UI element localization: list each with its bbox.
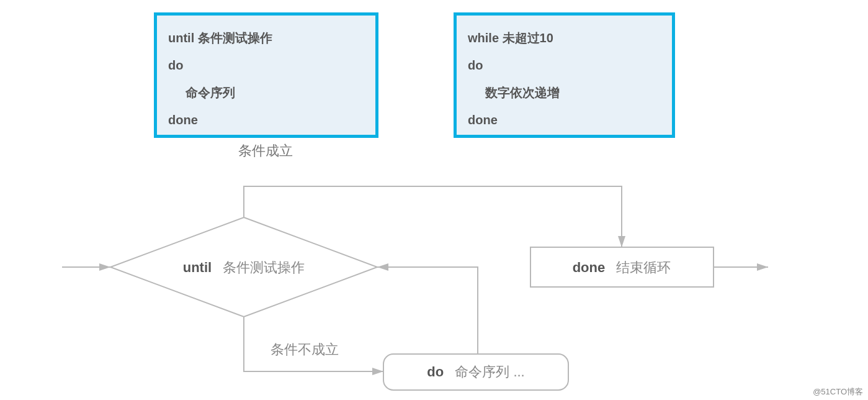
- watermark: @51CTO博客: [813, 386, 863, 398]
- diamond-until: until 条件测试操作: [110, 217, 377, 317]
- done-label: 结束循环: [616, 260, 671, 275]
- done-keyword: done: [573, 260, 606, 275]
- svg-text:until
      条件测试操作: until 条件测试操作: [183, 260, 305, 275]
- arrow-loop-back: [377, 267, 478, 354]
- diamond-keyword: until: [183, 260, 212, 275]
- do-keyword: do: [427, 364, 444, 380]
- svg-text:do
      命令序列 ...: do 命令序列 ...: [427, 364, 524, 380]
- do-label: 命令序列 ...: [455, 364, 524, 380]
- box-done: done 结束循环: [530, 247, 714, 287]
- box-do: do 命令序列 ...: [383, 354, 568, 390]
- svg-text:done
      结束循环: done 结束循环: [573, 260, 671, 275]
- label-condition-false: 条件不成立: [271, 342, 339, 357]
- flowchart: until 条件测试操作 do 命令序列 ... done 结束循环 条件不成立: [0, 0, 868, 400]
- diamond-label: 条件测试操作: [223, 260, 305, 275]
